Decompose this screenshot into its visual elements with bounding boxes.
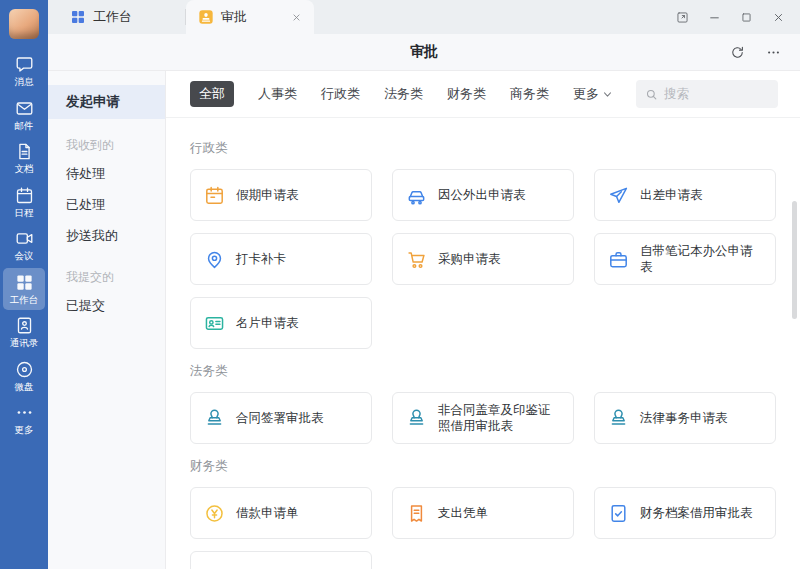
- search-icon: [645, 88, 658, 101]
- approval-card-label: 支出凭单: [438, 505, 488, 521]
- approval-card[interactable]: 差旅费报销单: [190, 551, 372, 569]
- filter-tab-finance[interactable]: 财务类: [447, 85, 486, 103]
- tab-close-icon[interactable]: [291, 12, 302, 23]
- search-box[interactable]: [636, 80, 778, 108]
- rail-item-label: 更多: [15, 425, 34, 435]
- approval-card[interactable]: 打卡补卡: [190, 233, 372, 285]
- tab-bar: 工作台审批: [48, 0, 800, 34]
- filter-tab-business[interactable]: 商务类: [510, 85, 549, 103]
- rail-item-messages[interactable]: 消息: [3, 50, 45, 93]
- body-area: 发起申请我收到的待处理已处理抄送我的我提交的已提交 全部人事类行政类法务类财务类…: [48, 70, 800, 569]
- sidebar-item-pending[interactable]: 待处理: [48, 158, 165, 189]
- filter-tab-legal[interactable]: 法务类: [384, 85, 423, 103]
- approval-card[interactable]: 因公外出申请表: [392, 169, 574, 221]
- idcard-icon: [204, 313, 225, 334]
- main-area: 工作台审批 审批 发起申请我收到的待处理已处理抄送我的我提交的已提交 全部人事类…: [48, 0, 800, 569]
- close-icon: [772, 11, 785, 24]
- rail-item-label: 文档: [15, 164, 34, 174]
- approval-card[interactable]: 假期申请表: [190, 169, 372, 221]
- maximize-icon: [740, 11, 753, 24]
- minimize-button[interactable]: [702, 5, 726, 29]
- search-input[interactable]: [664, 87, 769, 101]
- stamp-icon: [406, 408, 427, 429]
- approval-card[interactable]: 出差申请表: [594, 169, 776, 221]
- approval-card[interactable]: 支出凭单: [392, 487, 574, 539]
- approval-card[interactable]: 名片申请表: [190, 297, 372, 349]
- filter-more[interactable]: 更多: [573, 85, 613, 103]
- window-tab-approval[interactable]: 审批: [186, 0, 314, 34]
- sidebar-group-title: 我收到的: [48, 137, 165, 154]
- filter-tab-all[interactable]: 全部: [190, 81, 234, 107]
- sidebar-item-submitted[interactable]: 已提交: [48, 290, 165, 321]
- rail-item-workbench[interactable]: 工作台: [3, 268, 45, 311]
- rail-item-label: 会议: [15, 251, 34, 261]
- rail-item-docs[interactable]: 文档: [3, 137, 45, 180]
- more-menu-button[interactable]: [762, 41, 784, 63]
- close-button[interactable]: [766, 5, 790, 29]
- rail-item-more[interactable]: 更多: [3, 398, 45, 441]
- rail-item-label: 邮件: [15, 121, 34, 131]
- approval-card-label: 出差申请表: [640, 187, 703, 203]
- approval-card-label: 借款申请单: [236, 505, 299, 521]
- approval-card[interactable]: 借款申请单: [190, 487, 372, 539]
- approval-card[interactable]: 法律事务申请表: [594, 392, 776, 444]
- filter-tab-hr[interactable]: 人事类: [258, 85, 297, 103]
- calendar-icon: [15, 186, 34, 205]
- rail-item-label: 通讯录: [10, 338, 39, 348]
- approval-card-label: 采购申请表: [438, 251, 501, 267]
- rail-item-schedule[interactable]: 日程: [3, 181, 45, 224]
- refresh-icon: [730, 45, 745, 60]
- card-grid: 假期申请表因公外出申请表出差申请表打卡补卡采购申请表自带笔记本办公申请表名片申请…: [190, 169, 776, 349]
- approval-card[interactable]: 采购申请表: [392, 233, 574, 285]
- coin-icon: [204, 503, 225, 524]
- sidebar-item-cc-me[interactable]: 抄送我的: [48, 220, 165, 251]
- approval-sidebar: 发起申请我收到的待处理已处理抄送我的我提交的已提交: [48, 71, 166, 569]
- rail-item-label: 工作台: [10, 295, 39, 305]
- approval-card[interactable]: 合同签署审批表: [190, 392, 372, 444]
- contacts-icon: [15, 316, 34, 335]
- section-title: 行政类: [190, 140, 776, 157]
- header-actions: [726, 41, 800, 63]
- approval-card-label: 假期申请表: [236, 187, 299, 203]
- category-filter-tabs: 全部人事类行政类法务类财务类商务类: [190, 81, 549, 107]
- popout-button[interactable]: [670, 5, 694, 29]
- rail-item-label: 日程: [15, 208, 34, 218]
- sidebar-group-title: 我提交的: [48, 269, 165, 286]
- rail-item-contacts[interactable]: 通讯录: [3, 311, 45, 354]
- window-tab-workbench[interactable]: 工作台: [58, 0, 186, 34]
- content-scrollbar[interactable]: [792, 201, 797, 319]
- page-title: 审批: [48, 43, 800, 61]
- chat-icon: [15, 55, 34, 74]
- app-window: 消息邮件文档日程会议工作台通讯录微盘更多 工作台审批 审批 发起申请我收到的待处…: [0, 0, 800, 569]
- rail-items: 消息邮件文档日程会议工作台通讯录微盘更多: [3, 49, 45, 442]
- window-tabs: 工作台审批: [58, 0, 314, 34]
- card-grid: 合同签署审批表非合同盖章及印鉴证照借用审批表法律事务申请表: [190, 392, 776, 444]
- refresh-button[interactable]: [726, 41, 748, 63]
- rail-item-label: 消息: [15, 77, 34, 87]
- approval-card[interactable]: 非合同盖章及印鉴证照借用审批表: [392, 392, 574, 444]
- approval-card[interactable]: 自带笔记本办公申请表: [594, 233, 776, 285]
- approval-card-label: 合同签署审批表: [236, 410, 324, 426]
- rail-item-label: 微盘: [15, 382, 34, 392]
- pin-icon: [204, 249, 225, 270]
- voucher-icon: [406, 503, 427, 524]
- rail-item-mail[interactable]: 邮件: [3, 94, 45, 137]
- maximize-button[interactable]: [734, 5, 758, 29]
- tab-label: 审批: [221, 8, 268, 26]
- rail-item-meetings[interactable]: 会议: [3, 224, 45, 267]
- section-legal: 法务类合同签署审批表非合同盖章及印鉴证照借用审批表法律事务申请表: [190, 363, 776, 444]
- sidebar-item-start-request[interactable]: 发起申请: [48, 85, 165, 119]
- rail-item-drive[interactable]: 微盘: [3, 355, 45, 398]
- calendar-form-icon: [204, 185, 225, 206]
- avatar[interactable]: [9, 9, 39, 39]
- minimize-icon: [708, 11, 721, 24]
- left-rail: 消息邮件文档日程会议工作台通讯录微盘更多: [0, 0, 48, 569]
- sidebar-item-processed[interactable]: 已处理: [48, 189, 165, 220]
- stamp-icon: [204, 408, 225, 429]
- drive-icon: [15, 360, 34, 379]
- content-area: 全部人事类行政类法务类财务类商务类 更多 行政类假期申请表因公外出申请表出差申请…: [166, 71, 800, 569]
- approval-card[interactable]: 财务档案借用审批表: [594, 487, 776, 539]
- approval-card-label: 法律事务申请表: [640, 410, 728, 426]
- filter-more-label: 更多: [573, 85, 599, 103]
- filter-tab-admin[interactable]: 行政类: [321, 85, 360, 103]
